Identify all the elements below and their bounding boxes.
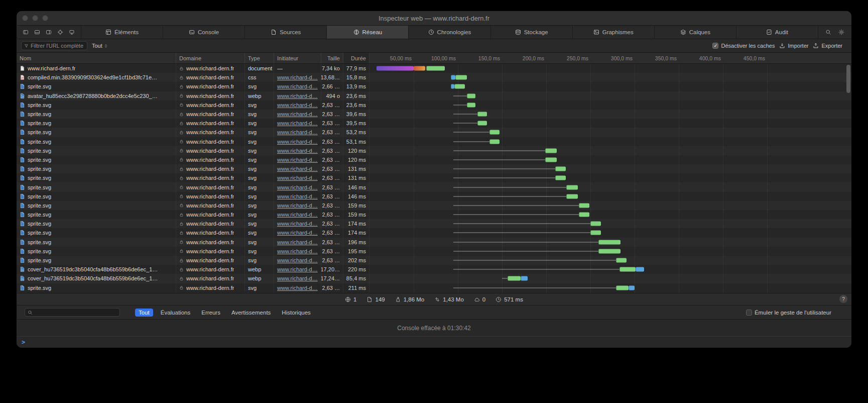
table-row[interactable]: sprite.svgwww.richard-dern.frsvgwww.rich… [17, 146, 851, 155]
column-header-initiator[interactable]: Initiateur [274, 53, 321, 63]
initiator-link[interactable]: www.richard-d… [277, 93, 318, 99]
close-button[interactable] [22, 15, 28, 21]
table-row[interactable]: www.richard-dern.frwww.richard-dern.frdo… [17, 64, 851, 73]
initiator-link[interactable]: www.richard-d… [277, 266, 318, 272]
tab-storage[interactable]: Stockage [490, 26, 572, 39]
search-button[interactable] [825, 29, 831, 35]
initiator-link[interactable]: www.richard-d… [277, 230, 318, 236]
column-header-duration[interactable]: Durée [343, 53, 369, 63]
emulate-user-gesture-checkbox[interactable]: Émuler le geste de l'utilisateur [746, 310, 831, 316]
table-row[interactable]: avatar_hu85ecc3e298728880b0bde2dcc4e5c23… [17, 91, 851, 100]
initiator-link[interactable]: www.richard-d… [277, 184, 318, 190]
sidebar-right-button[interactable] [46, 29, 52, 35]
disable-caches-checkbox[interactable]: ✓ Désactiver les caches [712, 43, 775, 49]
initiator-link[interactable]: www.richard-d… [277, 111, 318, 117]
tab-network[interactable]: Réseau [326, 26, 408, 39]
table-row[interactable]: cover_hu736519dc3b5040cfa48b6b559b6de6ec… [17, 274, 851, 283]
initiator-link[interactable]: www.richard-d… [277, 285, 318, 291]
console-scope-history[interactable]: Historiques [278, 309, 314, 317]
table-row[interactable]: sprite.svgwww.richard-dern.frsvgwww.rich… [17, 201, 851, 210]
waterfall-purple-segment [377, 66, 414, 71]
scrollbar-thumb[interactable] [846, 65, 850, 93]
tab-console[interactable]: Console [163, 26, 244, 39]
sidebar-right-icon [46, 29, 52, 35]
initiator-link[interactable]: www.richard-d… [277, 83, 318, 89]
tab-audit[interactable]: Audit [736, 26, 818, 39]
table-row[interactable]: sprite.svgwww.richard-dern.frsvgwww.rich… [17, 173, 851, 182]
network-table: Nom Domaine Type Initiateur Taille Durée… [17, 53, 851, 293]
column-header-name[interactable]: Nom [17, 53, 176, 63]
table-row[interactable]: sprite.svgwww.richard-dern.frsvgwww.rich… [17, 137, 851, 146]
url-filter-input[interactable]: Filtrer l'URL complète [21, 41, 87, 50]
initiator-link[interactable]: www.richard-d… [277, 129, 318, 135]
table-scrollbar[interactable] [846, 65, 850, 292]
table-row[interactable]: sprite.svgwww.richard-dern.frsvgwww.rich… [17, 100, 851, 110]
table-row[interactable]: sprite.svgwww.richard-dern.frsvgwww.rich… [17, 247, 851, 256]
inspect-crosshair-button[interactable] [57, 29, 63, 35]
tab-timelines[interactable]: Chronologies [408, 26, 490, 39]
table-row[interactable]: sprite.svgwww.richard-dern.frsvgwww.rich… [17, 238, 851, 247]
console-search-input[interactable] [25, 308, 120, 317]
table-row[interactable]: sprite.svgwww.richard-dern.frsvgwww.rich… [17, 182, 851, 191]
resource-type-popup[interactable]: Tout [92, 43, 108, 49]
export-button[interactable]: Exporter [813, 43, 842, 49]
table-row[interactable]: sprite.svgwww.richard-dern.frsvgwww.rich… [17, 82, 851, 91]
request-type-cell: document [245, 64, 274, 73]
initiator-link[interactable]: www.richard-d… [277, 212, 318, 218]
initiator-link[interactable]: www.richard-d… [277, 102, 318, 108]
zoom-button[interactable] [42, 15, 48, 21]
initiator-link[interactable]: www.richard-d… [277, 74, 318, 80]
table-row[interactable]: sprite.svgwww.richard-dern.frsvgwww.rich… [17, 219, 851, 228]
initiator-link[interactable]: www.richard-d… [277, 221, 318, 227]
device-button[interactable] [69, 29, 75, 35]
initiator-link[interactable]: www.richard-d… [277, 239, 318, 245]
initiator-link[interactable]: www.richard-d… [277, 166, 318, 172]
page-icon [366, 296, 373, 303]
table-row[interactable]: sprite.svgwww.richard-dern.frsvgwww.rich… [17, 283, 851, 292]
console-scope-evals[interactable]: Évaluations [157, 309, 194, 317]
column-header-size[interactable]: Taille [321, 53, 343, 63]
table-row[interactable]: sprite.svgwww.richard-dern.frsvgwww.rich… [17, 128, 851, 137]
console-scope-warnings[interactable]: Avertissements [228, 309, 274, 317]
table-row[interactable]: sprite.svgwww.richard-dern.frsvgwww.rich… [17, 228, 851, 237]
status-page-value: 149 [375, 296, 385, 303]
initiator-link[interactable]: www.richard-d… [277, 120, 318, 126]
sidebar-left-button[interactable] [23, 29, 29, 35]
initiator-link[interactable]: www.richard-d… [277, 193, 318, 199]
tab-graphics[interactable]: Graphismes [572, 26, 654, 39]
help-button[interactable]: ? [839, 295, 847, 303]
request-type-cell: css [245, 73, 274, 82]
table-row[interactable]: sprite.svgwww.richard-dern.frsvgwww.rich… [17, 210, 851, 219]
column-header-type[interactable]: Type [245, 53, 274, 63]
request-initiator-cell: www.richard-d… [274, 274, 321, 283]
column-header-domain[interactable]: Domaine [176, 53, 245, 63]
initiator-link[interactable]: www.richard-d… [277, 257, 318, 263]
table-row[interactable]: sprite.svgwww.richard-dern.frsvgwww.rich… [17, 110, 851, 119]
dock-bottom-button[interactable] [34, 29, 40, 35]
initiator-link[interactable]: www.richard-d… [277, 275, 318, 281]
tab-elements[interactable]: Éléments [81, 26, 163, 39]
tab-layers[interactable]: Calques [654, 26, 736, 39]
tab-sources[interactable]: Sources [244, 26, 326, 39]
table-row[interactable]: compiled.min.38390909f303624ed9e1cf1bd3f… [17, 73, 851, 82]
initiator-link[interactable]: www.richard-d… [277, 203, 318, 209]
console-scope-errors[interactable]: Erreurs [198, 309, 224, 317]
request-type-cell: webp [245, 265, 274, 274]
initiator-link[interactable]: www.richard-d… [277, 157, 318, 163]
table-row[interactable]: sprite.svgwww.richard-dern.frsvgwww.rich… [17, 192, 851, 201]
table-row[interactable]: cover_hu736519dc3b5040cfa48b6b559b6de6ec… [17, 265, 851, 274]
initiator-link[interactable]: www.richard-d… [277, 148, 318, 154]
table-row[interactable]: sprite.svgwww.richard-dern.frsvgwww.rich… [17, 119, 851, 128]
table-row[interactable]: sprite.svgwww.richard-dern.frsvgwww.rich… [17, 256, 851, 265]
import-button[interactable]: Importer [779, 43, 808, 49]
initiator-link[interactable]: www.richard-d… [277, 175, 318, 181]
initiator-link[interactable]: www.richard-d… [277, 248, 318, 254]
table-row[interactable]: sprite.svgwww.richard-dern.frsvgwww.rich… [17, 155, 851, 164]
storage-icon [515, 29, 521, 35]
console-prompt[interactable]: > [17, 337, 851, 348]
initiator-link[interactable]: www.richard-d… [277, 139, 318, 145]
console-scope-all[interactable]: Tout [135, 309, 153, 317]
settings-button[interactable] [838, 29, 844, 35]
minimize-button[interactable] [32, 15, 38, 21]
table-row[interactable]: sprite.svgwww.richard-dern.frsvgwww.rich… [17, 164, 851, 173]
